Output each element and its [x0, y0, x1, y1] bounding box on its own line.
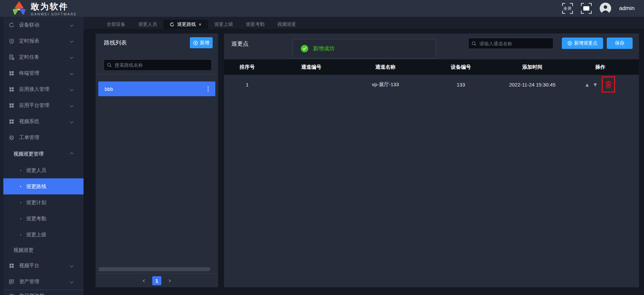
tab-label: 巡更上级 — [214, 21, 233, 27]
sidebar-item-label: 应用接入管理 — [19, 86, 49, 93]
sidebar-group-label: 视频巡更 — [13, 247, 34, 253]
sidebar-subitem-label: 巡更路线 — [26, 183, 46, 190]
add-route-button[interactable]: 新增 — [190, 37, 213, 48]
sidebar-group-label: 视频巡更管理 — [13, 151, 44, 157]
avatar[interactable] — [600, 3, 611, 14]
success-toast: 新增成功 — [292, 39, 436, 58]
sidebar-subitem-label: 巡更人员 — [26, 167, 46, 174]
tab-patrol-personnel[interactable]: 巡更人员 — [132, 20, 163, 29]
fullscreen-icon[interactable] — [581, 3, 592, 14]
sidebar-item-asset-mgmt[interactable]: 资产管理 — [0, 274, 84, 290]
patrol-point-panel: 巡更点 新增成功 新增巡更点 保存 排序号 通道编号 通道名称 设备编号 添加时… — [224, 34, 639, 287]
pagination: ‹ 1 › — [96, 276, 218, 286]
tab-label: 视频巡更 — [277, 21, 296, 27]
chevron-down-icon — [70, 104, 73, 107]
chevron-down-icon — [70, 87, 73, 91]
sidebar-item-app-access-mgmt[interactable]: 应用接入管理 — [0, 81, 84, 97]
chevron-down-icon — [70, 39, 73, 43]
sidebar-item-scheduled-tasks[interactable]: 定时任务 — [0, 49, 84, 65]
route-name: bbb — [105, 86, 113, 92]
grid-icon — [8, 118, 14, 124]
sidebar-item-label: 资产管理 — [19, 279, 39, 285]
bullet-icon — [20, 170, 21, 171]
chevron-down-icon — [70, 280, 73, 283]
sidebar-item-label: 终端管理 — [19, 70, 39, 76]
table-row: 1 vp-展厅-133 133 2022-11-24 15:30:45 ▲ ▼ — [224, 75, 639, 94]
cell-order: 1 — [224, 82, 270, 87]
sidebar-subitem-patrol-superior[interactable]: 巡更上级 — [0, 227, 84, 243]
bullet-icon — [20, 218, 21, 219]
refresh-icon[interactable] — [170, 22, 174, 27]
next-page-button[interactable]: › — [168, 277, 171, 284]
asset-icon — [8, 279, 14, 285]
fullscreen-text-button[interactable]: 全屏 — [562, 3, 573, 14]
grid-icon — [8, 262, 14, 269]
sidebar-item-app-platform-mgmt[interactable]: 应用平台管理 — [0, 97, 84, 113]
route-search-input[interactable] — [104, 59, 212, 71]
tab-video-patrol[interactable]: 视频巡更 — [271, 20, 303, 29]
sidebar-subitem-patrol-attendance[interactable]: 巡更考勤 — [0, 211, 84, 227]
divider — [96, 74, 218, 74]
task-icon — [8, 54, 14, 60]
table-header: 排序号 通道编号 通道名称 设备编号 添加时间 操作 — [224, 59, 639, 75]
col-header-channel-name: 通道名称 — [352, 64, 419, 70]
horizontal-scrollbar[interactable] — [98, 267, 210, 271]
sidebar-subitem-patrol-plan[interactable]: 巡更计划 — [0, 194, 84, 211]
more-options-icon[interactable] — [206, 85, 210, 93]
sidebar-item-label: 设备联动 — [19, 22, 39, 28]
sidebar-subitem-label: 巡更上级 — [26, 232, 46, 238]
sidebar-scroll-track[interactable] — [0, 17, 3, 295]
sidebar-item-video-platform[interactable]: 视频平台 — [0, 257, 84, 274]
cell-actions: ▲ ▼ — [561, 76, 639, 93]
sidebar-subitem-patrol-personnel[interactable]: 巡更人员 — [0, 162, 84, 178]
prev-page-button[interactable]: ‹ — [143, 277, 145, 284]
tab-all-devices[interactable]: 全部设备 — [100, 20, 132, 29]
cell-channel-name: vp-展厅-133 — [352, 81, 419, 88]
divider — [96, 273, 218, 274]
gear-icon — [8, 134, 14, 140]
col-header-channel-no: 通道编号 — [270, 64, 352, 70]
add-patrol-point-label: 新增巡更点 — [574, 40, 598, 46]
sidebar-group-video-patrol-mgmt[interactable]: 视频巡更管理 — [0, 145, 84, 162]
sidebar-item-device-linkage[interactable]: 设备联动 — [0, 17, 84, 33]
collapse-sidebar-button[interactable]: 收起侧边栏 — [0, 290, 84, 295]
add-patrol-point-button[interactable]: 新增巡更点 — [562, 38, 603, 49]
sidebar-item-label: 视频平台 — [19, 262, 39, 269]
sync-icon — [8, 22, 14, 28]
success-check-icon — [301, 45, 308, 52]
annotation-highlight-box[interactable] — [602, 76, 615, 93]
sidebar-item-video-system[interactable]: 视频系统 — [0, 113, 84, 129]
sidebar-item-work-order-mgmt[interactable]: 工单管理 — [0, 129, 84, 145]
save-button[interactable]: 保存 — [607, 38, 633, 49]
sidebar-item-scheduled-reports[interactable]: 定时报表 — [0, 33, 84, 49]
move-down-icon[interactable]: ▼ — [594, 82, 597, 87]
move-up-icon[interactable]: ▲ — [586, 82, 589, 87]
route-search — [104, 59, 212, 71]
sidebar: 设备联动 定时报表 定时任务 终端管理 — [0, 17, 84, 295]
sidebar-group-video-patrol[interactable]: 视频巡更 — [0, 243, 84, 257]
username[interactable]: admin — [619, 5, 635, 12]
sidebar-item-label: 应用平台管理 — [19, 102, 49, 109]
route-list-item[interactable]: bbb — [98, 81, 215, 96]
bullet-icon — [20, 186, 21, 187]
cell-added-time: 2022-11-24 15:30:45 — [503, 82, 561, 87]
sidebar-item-terminal-mgmt[interactable]: 终端管理 — [0, 65, 84, 81]
chevron-up-icon — [70, 152, 73, 156]
clock-icon — [8, 38, 14, 44]
tab-label: 全部设备 — [107, 21, 125, 27]
brand-subtitle: GANWEI SOFTWARE — [31, 12, 77, 16]
delete-trash-icon[interactable] — [605, 80, 612, 88]
bullet-icon — [20, 234, 21, 235]
brand: 敢为软件 GANWEI SOFTWARE — [12, 1, 77, 16]
close-icon[interactable]: × — [199, 22, 202, 27]
tab-patrol-route[interactable]: 巡更路线 × — [163, 20, 208, 29]
sidebar-subitem-patrol-route[interactable]: 巡更路线 — [0, 178, 84, 194]
chevron-down-icon — [70, 55, 73, 59]
page-number[interactable]: 1 — [152, 276, 161, 285]
sidebar-item-label: 工单管理 — [19, 134, 39, 141]
channel-search-input[interactable] — [468, 38, 553, 49]
tab-patrol-attendance[interactable]: 巡更考勤 — [239, 20, 271, 29]
sidebar-item-label: 定时任务 — [19, 54, 39, 60]
search-icon — [472, 41, 476, 46]
tab-patrol-superior[interactable]: 巡更上级 — [208, 20, 239, 29]
